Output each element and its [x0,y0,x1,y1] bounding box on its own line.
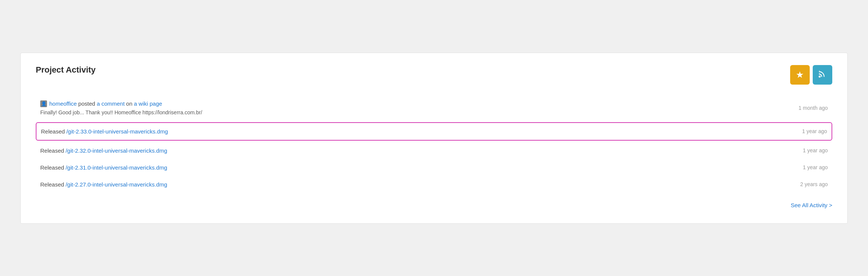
activity-content-release-227: Released /git-2.27.0-intel-universal-mav… [40,181,775,188]
activity-item-comment: 👤 homeoffice posted a comment on a wiki … [36,95,832,121]
rss-icon [818,69,827,81]
project-activity-card: Project Activity ★ 👤 [20,53,848,224]
wiki-page-link[interactable]: a wiki page [134,100,162,107]
activity-row-release-227: Released /git-2.27.0-intel-universal-mav… [40,181,775,188]
activity-item-release-231: Released /git-2.31.0-intel-universal-mav… [36,159,832,176]
timestamp-release-231: 1 year ago [790,164,828,170]
card-title: Project Activity [36,65,96,75]
activity-row-release-233: Released /git-2.33.0-intel-universal-mav… [41,128,774,135]
timestamp-comment: 1 month ago [790,105,828,111]
timestamp-release-233: 1 year ago [789,128,827,134]
activity-comment-text: Finally! Good job... Thank you!! Homeoff… [40,109,775,115]
release-link-227[interactable]: /git-2.27.0-intel-universal-mavericks.dm… [65,181,167,188]
see-all-row: See All Activity > [36,202,832,208]
released-text-231: Released [40,164,64,171]
released-text-232: Released [40,147,64,154]
timestamp-release-232: 1 year ago [790,147,828,153]
user-link[interactable]: homeoffice [49,100,77,107]
activity-item-release-233: Released /git-2.33.0-intel-universal-mav… [36,122,832,141]
release-link-231[interactable]: /git-2.31.0-intel-universal-mavericks.dm… [65,164,167,171]
svg-point-0 [819,75,821,77]
released-text-233: Released [41,128,65,135]
released-text-227: Released [40,181,64,188]
on-text: on [126,100,132,107]
star-button[interactable]: ★ [790,65,810,85]
header-actions: ★ [790,65,832,85]
see-all-activity-link[interactable]: See All Activity > [791,202,832,208]
activity-content-release-232: Released /git-2.32.0-intel-universal-mav… [40,147,775,154]
activity-item-release-227: Released /git-2.27.0-intel-universal-mav… [36,176,832,193]
activity-content-release-233: Released /git-2.33.0-intel-universal-mav… [41,128,774,135]
release-link-232[interactable]: /git-2.32.0-intel-universal-mavericks.dm… [65,147,167,154]
rss-button[interactable] [813,65,832,85]
activity-content-release-231: Released /git-2.31.0-intel-universal-mav… [40,164,775,171]
activity-item-release-232: Released /git-2.32.0-intel-universal-mav… [36,142,832,159]
user-avatar-icon: 👤 [40,100,47,107]
activity-row-release-231: Released /git-2.31.0-intel-universal-mav… [40,164,775,171]
star-icon: ★ [796,70,804,80]
activity-content-comment: 👤 homeoffice posted a comment on a wiki … [40,100,775,115]
activity-row-release-232: Released /git-2.32.0-intel-universal-mav… [40,147,775,154]
activity-row-comment: 👤 homeoffice posted a comment on a wiki … [40,100,775,107]
activity-list: 👤 homeoffice posted a comment on a wiki … [36,95,832,193]
comment-link[interactable]: a comment [97,100,124,107]
card-header: Project Activity ★ [36,65,832,85]
action-text-posted: posted [78,100,95,107]
timestamp-release-227: 2 years ago [790,181,828,187]
release-link-233[interactable]: /git-2.33.0-intel-universal-mavericks.dm… [66,128,168,135]
